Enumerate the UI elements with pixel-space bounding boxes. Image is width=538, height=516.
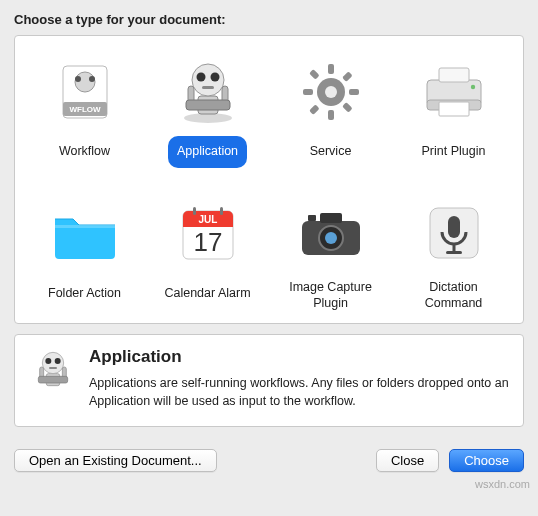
svg-point-41 <box>325 232 337 244</box>
svg-rect-45 <box>452 244 455 252</box>
workflow-icon: WFLOW <box>47 54 123 130</box>
svg-rect-51 <box>49 367 57 369</box>
svg-rect-30 <box>55 225 115 228</box>
svg-point-48 <box>42 353 63 374</box>
svg-rect-18 <box>303 89 313 95</box>
description-panel: Application Applications are self-runnin… <box>14 334 524 427</box>
type-label: Dictation Command <box>396 278 511 313</box>
open-existing-button[interactable]: Open an Existing Document... <box>14 449 217 472</box>
svg-rect-21 <box>342 102 353 113</box>
svg-rect-14 <box>186 100 230 110</box>
type-label: Workflow <box>50 136 119 168</box>
svg-point-24 <box>325 86 337 98</box>
choose-button[interactable]: Choose <box>449 449 524 472</box>
svg-point-8 <box>192 64 224 96</box>
type-grid-panel: WFLOW Workflow <box>14 35 524 324</box>
robot-icon <box>29 347 77 410</box>
type-label: Image Capture Plugin <box>273 278 388 313</box>
footer-bar: Open an Existing Document... Close Choos… <box>14 449 524 472</box>
type-label: Application <box>168 136 247 168</box>
svg-rect-39 <box>320 213 342 223</box>
svg-point-9 <box>196 73 205 82</box>
svg-rect-22 <box>342 71 353 82</box>
svg-rect-23 <box>309 104 320 115</box>
svg-rect-37 <box>220 207 223 215</box>
type-calendar-alarm[interactable]: JUL 17 Calendar Alarm <box>148 192 267 317</box>
svg-point-49 <box>45 358 51 364</box>
type-label: Calendar Alarm <box>155 278 259 310</box>
svg-point-10 <box>210 73 219 82</box>
type-workflow[interactable]: WFLOW Workflow <box>25 50 144 172</box>
svg-rect-11 <box>202 86 214 89</box>
svg-rect-42 <box>308 215 316 221</box>
mic-icon <box>416 196 492 272</box>
svg-rect-19 <box>349 89 359 95</box>
svg-point-50 <box>55 358 61 364</box>
svg-rect-20 <box>309 69 320 80</box>
camera-icon <box>293 196 369 272</box>
description-title: Application <box>89 347 509 367</box>
svg-rect-54 <box>38 377 67 384</box>
svg-rect-28 <box>439 102 469 116</box>
svg-text:JUL: JUL <box>198 214 217 225</box>
svg-text:17: 17 <box>193 227 222 257</box>
calendar-icon: JUL 17 <box>170 196 246 272</box>
watermark-text: wsxdn.com <box>475 478 530 490</box>
prompt-label: Choose a type for your document: <box>14 12 524 27</box>
description-text: Applications are self-running workflows.… <box>89 375 509 410</box>
svg-rect-27 <box>439 68 469 82</box>
svg-point-5 <box>89 76 95 82</box>
close-button[interactable]: Close <box>376 449 439 472</box>
svg-rect-16 <box>328 64 334 74</box>
gear-icon <box>293 54 369 130</box>
type-application[interactable]: Application <box>148 50 267 172</box>
printer-icon <box>416 54 492 130</box>
type-service[interactable]: Service <box>271 50 390 172</box>
svg-text:WFLOW: WFLOW <box>69 105 101 114</box>
type-label: Print Plugin <box>413 136 495 168</box>
svg-rect-46 <box>446 251 462 254</box>
svg-rect-36 <box>193 207 196 215</box>
type-folder-action[interactable]: Folder Action <box>25 192 144 317</box>
type-print-plugin[interactable]: Print Plugin <box>394 50 513 172</box>
type-dictation-command[interactable]: Dictation Command <box>394 192 513 317</box>
svg-rect-44 <box>448 216 460 238</box>
robot-icon <box>170 54 246 130</box>
svg-rect-17 <box>328 110 334 120</box>
svg-point-4 <box>75 76 81 82</box>
type-grid: WFLOW Workflow <box>25 50 513 317</box>
type-label: Folder Action <box>39 278 130 310</box>
svg-point-29 <box>470 85 474 89</box>
folder-icon <box>47 196 123 272</box>
type-image-capture-plugin[interactable]: Image Capture Plugin <box>271 192 390 317</box>
type-label: Service <box>301 136 361 168</box>
